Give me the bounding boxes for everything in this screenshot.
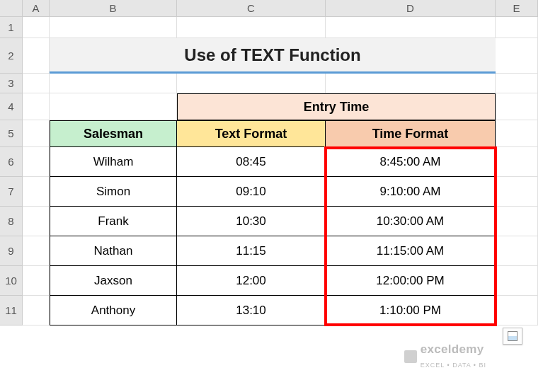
cell-A2[interactable] [23,38,50,74]
cell-D11[interactable]: 1:10:00 PM [326,296,496,325]
cell-B6[interactable]: Wilham [50,147,177,177]
cell-B3[interactable] [50,74,177,93]
cell-D6[interactable]: 8:45:00 AM [326,147,496,177]
cell-A1[interactable] [23,17,50,38]
row-header-9[interactable]: 9 [0,236,23,266]
cell-B8[interactable]: Frank [50,207,177,236]
cell-C8[interactable]: 10:30 [177,207,326,236]
cell-D8[interactable]: 10:30:00 AM [326,207,496,236]
title-cell[interactable]: Use of TEXT Function [50,38,496,74]
row-header-5[interactable]: 5 [0,120,23,147]
cell-C7[interactable]: 09:10 [177,177,326,207]
column-headers: A B C D E [23,0,538,17]
cell-A11[interactable] [23,296,50,325]
row-header-4[interactable]: 4 [0,93,23,120]
col-header-A[interactable]: A [23,0,50,17]
cell-C11[interactable]: 13:10 [177,296,326,325]
watermark-brand: exceldemy [421,342,484,356]
col-header-E[interactable]: E [496,0,538,17]
cell-D10[interactable]: 12:00:00 PM [326,266,496,296]
cell-B10[interactable]: Jaxson [50,266,177,296]
cell-E9[interactable] [496,236,538,266]
row-header-1[interactable]: 1 [0,17,23,38]
autofill-options-button[interactable] [503,328,522,345]
autofill-options-icon [508,331,518,341]
cell-E6[interactable] [496,147,538,177]
cell-B9[interactable]: Nathan [50,236,177,266]
row-header-8[interactable]: 8 [0,207,23,236]
cell-C9[interactable]: 11:15 [177,236,326,266]
cell-A9[interactable] [23,236,50,266]
cell-C10[interactable]: 12:00 [177,266,326,296]
cell-E7[interactable] [496,177,538,207]
cell-D9[interactable]: 11:15:00 AM [326,236,496,266]
spreadsheet: A B C D E 1 2 3 4 5 6 7 8 9 10 11 Use of… [0,0,543,392]
cell-E4[interactable] [496,93,538,120]
col-header-D[interactable]: D [326,0,496,17]
row-header-3[interactable]: 3 [0,74,23,93]
row-header-11[interactable]: 11 [0,296,23,325]
cell-A7[interactable] [23,177,50,207]
text-format-header[interactable]: Text Format [177,120,326,147]
cell-B4[interactable] [50,93,177,120]
col-header-B[interactable]: B [50,0,177,17]
cell-D3[interactable] [326,74,496,93]
cell-A3[interactable] [23,74,50,93]
cell-C3[interactable] [177,74,326,93]
cell-D7[interactable]: 9:10:00 AM [326,177,496,207]
row-headers: 1 2 3 4 5 6 7 8 9 10 11 [0,17,23,325]
cell-C1[interactable] [177,17,326,38]
cell-E10[interactable] [496,266,538,296]
col-header-C[interactable]: C [177,0,326,17]
cell-B11[interactable]: Anthony [50,296,177,325]
cell-E1[interactable] [496,17,538,38]
watermark-icon [404,350,417,363]
row-header-6[interactable]: 6 [0,147,23,177]
cell-A8[interactable] [23,207,50,236]
cell-E11[interactable] [496,296,538,325]
entry-time-header[interactable]: Entry Time [177,93,496,120]
cell-A4[interactable] [23,93,50,120]
time-format-header[interactable]: Time Format [326,120,496,147]
cell-D1[interactable] [326,17,496,38]
watermark-tagline: EXCEL • DATA • BI [421,362,486,369]
cell-E8[interactable] [496,207,538,236]
cell-E5[interactable] [496,120,538,147]
select-all-corner[interactable] [0,0,23,17]
row-header-2[interactable]: 2 [0,38,23,74]
cell-A6[interactable] [23,147,50,177]
cell-A10[interactable] [23,266,50,296]
cell-A5[interactable] [23,120,50,147]
salesman-header[interactable]: Salesman [50,120,177,147]
cell-E2[interactable] [496,38,538,74]
cell-E3[interactable] [496,74,538,93]
cell-B1[interactable] [50,17,177,38]
row-header-7[interactable]: 7 [0,177,23,207]
grid: Use of TEXT Function Entry Time Salesman… [23,17,538,325]
cell-B7[interactable]: Simon [50,177,177,207]
row-header-10[interactable]: 10 [0,266,23,296]
watermark: exceldemy EXCEL • DATA • BI [404,342,486,371]
cell-C6[interactable]: 08:45 [177,147,326,177]
